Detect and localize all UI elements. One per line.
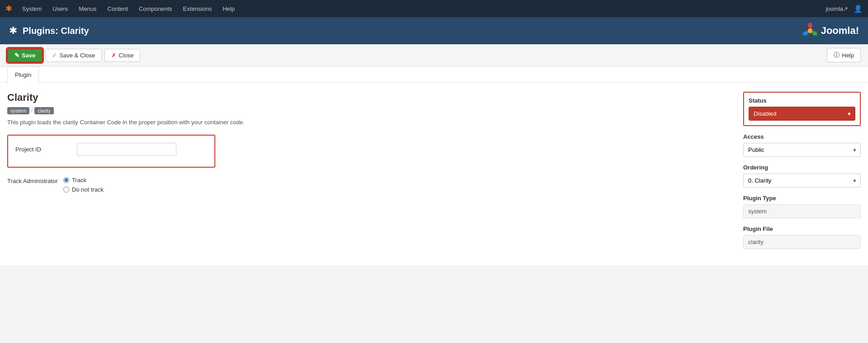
project-id-field: Project ID — [15, 143, 207, 156]
joomla-star-logo: ✱ — [5, 4, 12, 14]
content-sidebar: Status Disabled Enabled ▼ Access Public … — [743, 92, 861, 256]
breadcrumb-separator: / — [31, 108, 33, 114]
help-label: Help — [842, 52, 854, 59]
page-title: Plugins: Clarity — [23, 26, 89, 36]
plugins-icon: ✱ — [9, 25, 17, 37]
page-header-left: ✱ Plugins: Clarity — [9, 25, 89, 37]
access-select-wrapper: Public Registered Special ▼ — [743, 143, 861, 157]
ordering-section: Ordering 0. Clarity ▼ — [743, 164, 861, 188]
tag-system: system — [7, 107, 29, 114]
top-nav-left: ✱ System Users Menus Content Components … — [5, 0, 239, 17]
tag-clarity: clarity — [34, 107, 54, 114]
tab-plugin[interactable]: Plugin — [7, 66, 39, 83]
save-label: Save — [22, 52, 35, 59]
project-id-label: Project ID — [15, 146, 70, 153]
save-close-button[interactable]: ✓ Save & Close — [45, 49, 102, 62]
svg-point-1 — [808, 23, 812, 28]
close-label: Close — [119, 52, 133, 59]
plugin-file-section: Plugin File clarity — [743, 226, 861, 249]
status-label: Status — [749, 97, 855, 104]
access-label: Access — [743, 133, 861, 140]
ordering-label: Ordering — [743, 164, 861, 171]
track-admin-label: Track Administrator — [7, 177, 62, 184]
status-section: Status Disabled Enabled ▼ — [743, 92, 861, 126]
user-icon[interactable]: 👤 — [854, 5, 863, 13]
main-content: Plugin Clarity system / clarity This plu… — [0, 66, 868, 265]
plugin-description: This plugin loads the clarity Container … — [7, 119, 734, 126]
track-radio[interactable] — [63, 177, 69, 183]
plugin-name: Clarity — [7, 92, 734, 103]
plugin-type-value: system — [743, 204, 861, 218]
track-options: Track Do not track — [63, 177, 104, 193]
access-section: Access Public Registered Special ▼ — [743, 133, 861, 157]
donottrack-radio[interactable] — [63, 187, 69, 193]
status-select[interactable]: Disabled Enabled — [749, 107, 855, 121]
help-icon: ⓘ — [834, 51, 840, 59]
donottrack-option[interactable]: Do not track — [63, 186, 104, 193]
save-close-label: Save & Close — [59, 52, 95, 59]
joomla-logo: Joomla! — [802, 23, 859, 39]
status-select-wrapper: Disabled Enabled ▼ — [749, 107, 855, 121]
plugin-type-section: Plugin Type system — [743, 195, 861, 218]
project-id-input[interactable] — [77, 143, 176, 156]
close-icon: ✗ — [111, 52, 116, 59]
ordering-select-wrapper: 0. Clarity ▼ — [743, 174, 861, 188]
nav-help[interactable]: Help — [218, 0, 239, 17]
ordering-select[interactable]: 0. Clarity — [743, 174, 861, 188]
plugin-file-label: Plugin File — [743, 226, 861, 232]
close-button[interactable]: ✗ Close — [104, 49, 140, 62]
save-icon: ✎ — [14, 52, 19, 59]
top-nav-right: joomla↗ 👤 — [826, 5, 863, 13]
donottrack-option-label: Do not track — [72, 186, 104, 193]
nav-components[interactable]: Components — [134, 0, 177, 17]
tabs: Plugin — [0, 66, 868, 83]
joomla-flower-icon — [802, 23, 818, 39]
page-header: ✱ Plugins: Clarity Joomla! — [0, 17, 868, 44]
toolbar: ✎ Save ✓ Save & Close ✗ Close ⓘ Help — [0, 44, 868, 66]
nav-users[interactable]: Users — [48, 0, 72, 17]
plugin-file-value: clarity — [743, 235, 861, 249]
svg-point-0 — [807, 28, 812, 33]
nav-menus[interactable]: Menus — [74, 0, 101, 17]
breadcrumb: system / clarity — [7, 107, 734, 114]
plugin-type-label: Plugin Type — [743, 195, 861, 202]
toolbar-left: ✎ Save ✓ Save & Close ✗ Close — [7, 48, 140, 62]
toolbar-right: ⓘ Help — [827, 48, 861, 62]
joomla-link[interactable]: joomla↗ — [826, 5, 848, 12]
top-navigation: ✱ System Users Menus Content Components … — [0, 0, 868, 17]
track-option[interactable]: Track — [63, 177, 104, 183]
content-main: Clarity system / clarity This plugin loa… — [7, 92, 734, 256]
track-option-label: Track — [72, 177, 86, 183]
help-button[interactable]: ⓘ Help — [827, 48, 861, 62]
access-select[interactable]: Public Registered Special — [743, 143, 861, 157]
nav-system[interactable]: System — [18, 0, 46, 17]
joomla-text: Joomla! — [821, 25, 859, 37]
save-button[interactable]: ✎ Save — [7, 48, 43, 62]
track-admin-section: Track Administrator Track Do not track — [7, 177, 734, 193]
nav-extensions[interactable]: Extensions — [179, 0, 217, 17]
project-id-section: Project ID — [7, 135, 215, 168]
content-area: Clarity system / clarity This plugin loa… — [0, 83, 868, 265]
nav-content[interactable]: Content — [103, 0, 133, 17]
check-icon: ✓ — [52, 52, 57, 59]
